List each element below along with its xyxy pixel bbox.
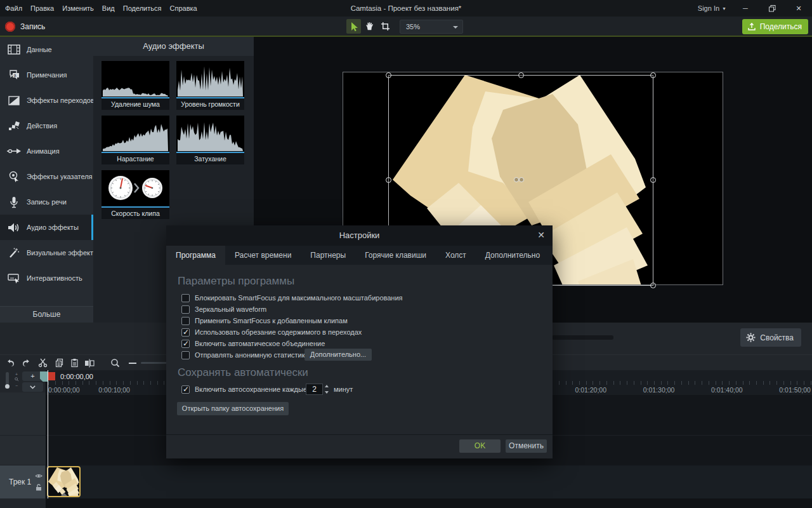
- properties-button[interactable]: Свойства: [740, 328, 801, 347]
- menu-3[interactable]: Вид: [102, 4, 115, 12]
- spinner-down-icon: [325, 391, 329, 394]
- checkbox-row-2[interactable]: Применить SmartFocus к добавленным клипа…: [181, 316, 348, 325]
- record-button[interactable]: Запись: [5, 19, 45, 34]
- checkbox[interactable]: [181, 317, 190, 325]
- collapse-tracks-button[interactable]: [22, 382, 43, 392]
- dialog-close-button[interactable]: ✕: [537, 230, 545, 240]
- restore-button[interactable]: [759, 0, 785, 17]
- selection-handle[interactable]: [518, 72, 524, 78]
- effect-card-0[interactable]: Удаление шума: [102, 61, 169, 110]
- checkbox-row-3[interactable]: Использовать обрезание содержимого в пер…: [181, 328, 362, 337]
- pan-tool-button[interactable]: [362, 19, 377, 34]
- checkbox[interactable]: [181, 340, 190, 348]
- copy-button[interactable]: [52, 356, 66, 370]
- clocks-icon: [102, 170, 169, 206]
- effect-card-1[interactable]: Уровень громкости: [176, 61, 244, 110]
- ok-button[interactable]: OK: [459, 439, 501, 453]
- effect-card-3[interactable]: Затухание: [176, 116, 244, 164]
- sidebar-item-2[interactable]: Эффекты переходов: [0, 88, 93, 113]
- effect-card-2[interactable]: Нарастание: [102, 116, 169, 164]
- sidebar-item-8[interactable]: Визуальные эффекты: [0, 240, 93, 265]
- menu-5[interactable]: Справка: [170, 4, 197, 12]
- zoom-select[interactable]: 35%: [400, 20, 463, 34]
- ruler-label-11: 0:01:50;00: [779, 386, 811, 394]
- canvas-hscrollbar[interactable]: [552, 335, 613, 340]
- checkbox[interactable]: [181, 305, 190, 314]
- minimize-button[interactable]: ─: [732, 0, 759, 17]
- timeline-head-column: +− + Трек 1: [0, 370, 46, 508]
- selection-handle[interactable]: [650, 177, 656, 183]
- sidebar-more-button[interactable]: Больше: [0, 306, 93, 323]
- menu-2[interactable]: Изменить: [62, 4, 94, 12]
- ruler-label-9: 0:01:30;00: [643, 386, 675, 394]
- dialog-tab-2[interactable]: Партнеры: [301, 246, 355, 265]
- rotation-handle[interactable]: [514, 177, 519, 182]
- selection-tool-button[interactable]: [346, 19, 361, 34]
- clip-marker: [61, 493, 67, 496]
- open-autosave-folder-button[interactable]: Открыть папку автосохранения: [177, 402, 289, 415]
- sidebar-item-0[interactable]: Данные: [0, 37, 93, 62]
- track-1-head[interactable]: Трек 1: [0, 465, 45, 498]
- paste-button[interactable]: [67, 356, 81, 370]
- sidebar-item-6[interactable]: Запись речи: [0, 189, 93, 215]
- autosave-unit: минут: [334, 385, 353, 393]
- autosave-checkbox-row[interactable]: Включить автосохранение каждые:: [181, 385, 309, 394]
- close-button[interactable]: ✕: [785, 0, 812, 17]
- dialog-tab-5[interactable]: Дополнительно: [476, 246, 549, 265]
- eye-icon[interactable]: [35, 473, 43, 479]
- menu-1[interactable]: Правка: [30, 4, 54, 12]
- sidebar-item-9[interactable]: Интерактивность: [0, 265, 93, 291]
- checkbox-row-5[interactable]: Отправлять анонимную статистику: [181, 351, 308, 359]
- dialog-tab-1[interactable]: Расчет времени: [225, 246, 301, 265]
- sidebar-item-3[interactable]: Действия: [0, 113, 93, 138]
- zoom-tool-button[interactable]: [108, 356, 122, 370]
- settings-dialog: Настройки ✕ ПрограммаРасчет времениПартн…: [166, 225, 553, 458]
- sidebar-item-5[interactable]: Эффекты указателя: [0, 164, 93, 189]
- share-button[interactable]: Поделиться: [742, 19, 808, 34]
- restore-icon: [769, 5, 776, 12]
- sidebar: ДанныеaПримечанияЭффекты переходовДейств…: [0, 37, 93, 323]
- rotation-handle[interactable]: [519, 177, 524, 182]
- undo-button[interactable]: [4, 356, 18, 370]
- sidebar-item-7[interactable]: Аудио эффекты: [0, 215, 93, 240]
- split-button[interactable]: [82, 356, 96, 370]
- voice-icon: [6, 195, 22, 209]
- checkbox[interactable]: [181, 294, 190, 302]
- checkbox[interactable]: [181, 328, 190, 337]
- autosave-interval-input[interactable]: 2: [306, 384, 323, 395]
- autosave-checkbox[interactable]: [181, 385, 190, 394]
- selection-handle[interactable]: [650, 283, 656, 288]
- cancel-button[interactable]: Отменить: [506, 439, 547, 453]
- selection-handle[interactable]: [386, 72, 391, 78]
- checkbox-row-4[interactable]: Включить автоматическое объединение: [181, 339, 325, 348]
- playhead-line[interactable]: [48, 370, 48, 498]
- menu-0[interactable]: Файл: [5, 4, 22, 12]
- sidebar-item-1[interactable]: aПримечания: [0, 62, 93, 88]
- redo-button[interactable]: [19, 356, 33, 370]
- advanced-button[interactable]: Дополнительно...: [304, 349, 372, 361]
- selection-handle[interactable]: [650, 72, 656, 78]
- autosave-spinner[interactable]: [324, 384, 330, 395]
- selection-handle[interactable]: [386, 177, 391, 183]
- minus-icon: [129, 362, 136, 364]
- playhead-marker[interactable]: [48, 372, 55, 380]
- sign-in-button[interactable]: Sign In▼: [698, 0, 726, 18]
- lock-icon[interactable]: [36, 484, 42, 491]
- transitions-icon: [6, 93, 22, 107]
- effect-card-4[interactable]: Скорость клипа: [102, 170, 169, 219]
- checkbox-row-1[interactable]: Зеркальный waveform: [181, 305, 266, 314]
- crop-tool-button[interactable]: [378, 19, 393, 34]
- zoom-out-button[interactable]: [126, 356, 140, 370]
- checkbox[interactable]: [181, 351, 190, 359]
- menu-4[interactable]: Поделиться: [123, 4, 162, 12]
- sidebar-item-4[interactable]: Анимация: [0, 138, 93, 164]
- dialog-tab-4[interactable]: Холст: [436, 246, 476, 265]
- dialog-tab-3[interactable]: Горячие клавиши: [355, 246, 436, 265]
- cut-button[interactable]: [36, 356, 49, 370]
- timeline-clip[interactable]: [47, 466, 81, 497]
- track-1-row[interactable]: [46, 465, 812, 498]
- media-icon: [6, 43, 22, 57]
- checkbox-row-0[interactable]: Блокировать SmartFocus для максимального…: [181, 293, 403, 302]
- dialog-tab-0[interactable]: Программа: [166, 246, 225, 265]
- track-height-slider[interactable]: [6, 372, 9, 389]
